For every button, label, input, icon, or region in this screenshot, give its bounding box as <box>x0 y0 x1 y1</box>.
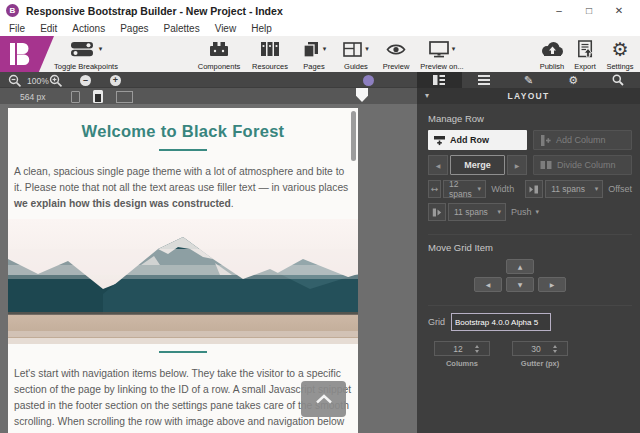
components-button[interactable]: Components <box>192 38 246 71</box>
zoom-in-icon[interactable] <box>49 74 63 88</box>
gutter-spinner: Gutter (px) <box>512 341 568 368</box>
step-up-icon[interactable] <box>553 345 557 348</box>
columns-stepper-arrows[interactable] <box>475 345 479 353</box>
chevron-down-icon: ▾ <box>497 208 501 216</box>
tab-list[interactable] <box>462 72 507 88</box>
resources-icon <box>260 41 280 57</box>
settings-button[interactable]: ⚙ Settings <box>601 38 639 71</box>
menu-pages[interactable]: Pages <box>120 23 148 34</box>
mountain-hero-image[interactable] <box>8 219 358 344</box>
offset-spans-dropdown[interactable]: 11 spans ▾ <box>545 180 603 198</box>
add-row-button[interactable]: Add Row <box>428 130 527 150</box>
components-icon <box>208 41 230 58</box>
chevron-down-icon[interactable]: ▾ <box>536 208 540 216</box>
step-down-icon[interactable] <box>553 350 557 353</box>
merge-button[interactable]: Merge <box>450 155 505 175</box>
chevron-down-icon[interactable]: ▾ <box>452 45 456 53</box>
breakpoint-marker-handle[interactable] <box>356 88 368 102</box>
panel-header-label: LAYOUT <box>508 91 550 101</box>
toggle-breakpoints-button[interactable]: ▾ Toggle Breakpoints <box>40 38 132 71</box>
pages-button[interactable]: ▾ Pages <box>293 38 335 71</box>
columns-input[interactable] <box>445 344 471 354</box>
collapse-caret-icon[interactable]: ▾ <box>425 88 430 104</box>
width-spans-dropdown[interactable]: 12 spans ▾ <box>443 180 486 198</box>
divide-column-button[interactable]: Divide Column <box>533 155 632 175</box>
settings-label: Settings <box>606 63 633 71</box>
intro-paragraph[interactable]: A clean, spacious single page theme with… <box>14 164 352 212</box>
scroll-to-top-button[interactable] <box>301 381 346 417</box>
page-preview[interactable]: Welcome to Black Forest A clean, spaciou… <box>8 108 358 433</box>
device-desktop-button[interactable] <box>116 91 133 103</box>
zoom-out-icon[interactable] <box>8 74 22 88</box>
eye-icon <box>386 43 406 56</box>
cloud-upload-icon <box>540 41 564 57</box>
gear-icon: ⚙ <box>568 75 578 86</box>
menu-view[interactable]: View <box>215 23 237 34</box>
gutter-stepper-arrows[interactable] <box>553 345 557 353</box>
push-spans-dropdown[interactable]: 11 spans ▾ <box>448 203 506 221</box>
increase-width-button[interactable]: + <box>110 75 121 86</box>
resources-button[interactable]: Resources <box>247 38 293 71</box>
divide-column-icon <box>540 160 552 170</box>
components-label: Components <box>198 63 241 71</box>
device-phone-button[interactable] <box>93 90 103 103</box>
menu-file[interactable]: File <box>9 23 25 34</box>
width-offset-row: ↔ 12 spans ▾ Width 11 spans ▾ <box>428 180 632 198</box>
tab-edit[interactable]: ✎ <box>506 72 551 88</box>
tab-settings[interactable]: ⚙ <box>551 72 596 88</box>
close-button[interactable]: ✕ <box>604 5 634 16</box>
gutter-input[interactable] <box>523 344 549 354</box>
gutter-spinner-box[interactable] <box>512 341 568 356</box>
add-column-button[interactable]: Add Column <box>533 130 632 150</box>
layout-panel-body: Manage Row Add Row Add Column <box>417 104 640 368</box>
move-up-button[interactable]: ▲ <box>506 259 534 274</box>
guides-label: Guides <box>344 63 368 71</box>
inspector-panel: ✎ ⚙ ▾ LAYOUT Manage Row <box>417 72 640 433</box>
toolbar: ▾ Toggle Breakpoints Components Re <box>0 36 640 72</box>
chevron-down-icon[interactable]: ▾ <box>99 45 103 53</box>
design-canvas[interactable]: Welcome to Black Forest A clean, spaciou… <box>0 104 417 433</box>
preview-button[interactable]: Preview <box>377 38 415 71</box>
grid-framework-input[interactable] <box>451 313 551 331</box>
viewport-width-value: 564 px <box>20 92 46 102</box>
view-controls-bar: 100% – + <box>0 72 417 88</box>
step-up-icon[interactable] <box>475 345 479 348</box>
heading-divider <box>159 149 207 151</box>
device-phone-small-button[interactable] <box>71 91 80 103</box>
width-icon-box: ↔ <box>428 180 441 198</box>
app-icon-letter: B <box>10 6 16 15</box>
canvas-scrollbar-thumb[interactable] <box>351 111 356 161</box>
maximize-button[interactable]: □ <box>574 5 604 16</box>
menu-edit[interactable]: Edit <box>40 23 57 34</box>
publish-button[interactable]: Publish <box>533 38 571 71</box>
chevron-down-icon[interactable]: ▾ <box>365 45 369 53</box>
move-right-button[interactable]: ▶ <box>538 277 566 292</box>
merge-right-button[interactable]: ▶ <box>507 155 527 175</box>
section-divider <box>159 351 207 353</box>
tab-inspect[interactable] <box>595 72 640 88</box>
columns-label: Columns <box>434 359 490 368</box>
export-button[interactable]: Export <box>569 38 601 71</box>
step-down-icon[interactable] <box>475 350 479 353</box>
manage-row-title: Manage Row <box>428 113 632 124</box>
menu-palettes[interactable]: Palettes <box>164 23 200 34</box>
menu-help[interactable]: Help <box>251 23 272 34</box>
inspector-tabs: ✎ ⚙ <box>417 72 640 88</box>
add-row-label: Add Row <box>450 135 489 145</box>
move-left-button[interactable]: ◀ <box>474 277 502 292</box>
intro-period: . <box>231 198 234 209</box>
guides-button[interactable]: ▾ Guides <box>335 38 377 71</box>
chevron-down-icon[interactable]: ▾ <box>323 45 327 53</box>
merge-left-button[interactable]: ◀ <box>428 155 448 175</box>
decrease-width-button[interactable]: – <box>80 75 91 86</box>
preview-on-button[interactable]: ▾ Preview on... <box>415 38 469 71</box>
move-down-button[interactable]: ▼ <box>506 277 534 292</box>
columns-spinner-box[interactable] <box>434 341 490 356</box>
tab-layout[interactable] <box>417 72 462 88</box>
page-heading[interactable]: Welcome to Black Forest <box>8 122 358 141</box>
offset-icon <box>529 184 539 195</box>
panel-section-header[interactable]: ▾ LAYOUT <box>417 88 640 104</box>
minimize-button[interactable]: – <box>544 5 574 16</box>
breakpoint-dot-handle[interactable] <box>363 75 374 86</box>
menu-actions[interactable]: Actions <box>72 23 105 34</box>
